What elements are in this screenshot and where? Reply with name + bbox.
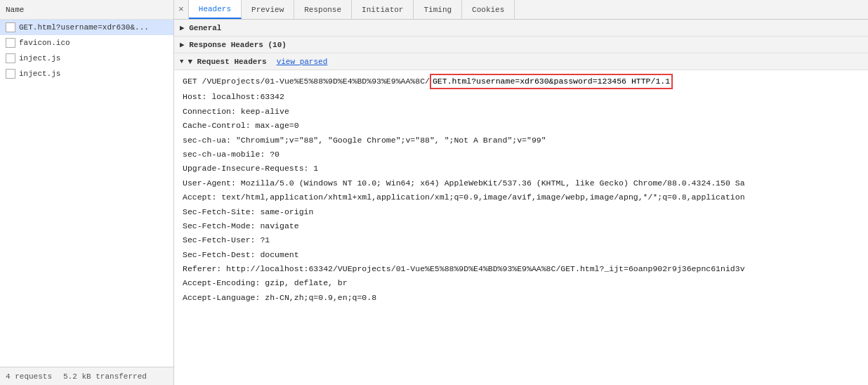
name-column-header: Name — [6, 6, 24, 14]
header-line: Sec-Fetch-Mode: navigate — [174, 219, 868, 233]
header-line: Referer: http://localhost:63342/VUEproje… — [174, 262, 868, 276]
file-item[interactable]: GET.html?username=xdr630&... — [0, 20, 173, 35]
header-line: Upgrade-Insecure-Requests: 1 — [174, 162, 868, 176]
file-item[interactable]: inject.js — [0, 51, 173, 66]
file-icon — [6, 38, 15, 48]
triangle-icon: ▼ — [180, 58, 183, 65]
request-prefix: GET /VUEprojects/01-Vue%E5%88%9D%E4%BD%9… — [183, 75, 430, 88]
tab-initiator[interactable]: Initiator — [352, 0, 414, 19]
header-line: Host: localhost:63342 — [174, 90, 868, 104]
header-line: Sec-Fetch-Site: same-origin — [174, 205, 868, 219]
header-line: sec-ch-ua: "Chromium";v="88", "Google Ch… — [174, 133, 868, 148]
header-line: Sec-Fetch-User: ?1 — [174, 233, 868, 247]
header-line: Accept-Language: zh-CN,zh;q=0.9,en;q=0.8 — [174, 291, 868, 305]
tabs-bar: ×HeadersPreviewResponseInitiatorTimingCo… — [174, 0, 868, 20]
main-layout: Name GET.html?username=xdr630&...favicon… — [0, 0, 868, 385]
header-line-first: GET /VUEprojects/01-Vue%E5%88%9D%E4%BD%9… — [174, 73, 868, 90]
tab-response[interactable]: Response — [294, 0, 352, 19]
file-name: GET.html?username=xdr630&... — [19, 23, 149, 32]
file-item[interactable]: inject.js — [0, 66, 173, 81]
tab-close-button[interactable]: × — [174, 0, 189, 19]
header-line: Connection: keep-alive — [174, 105, 868, 119]
tab-timing[interactable]: Timing — [414, 0, 462, 19]
tab-cookies[interactable]: Cookies — [462, 0, 515, 19]
tab-headers[interactable]: Headers — [189, 0, 242, 19]
left-footer: 4 requests 5.2 kB transferred — [0, 367, 173, 385]
tab-preview[interactable]: Preview — [242, 0, 294, 19]
file-icon — [6, 53, 15, 63]
general-section-header[interactable]: ▶ General — [174, 20, 868, 37]
file-list: GET.html?username=xdr630&...favicon.icoi… — [0, 20, 173, 367]
highlighted-credentials: GET.html?username=xdr630&password=123456… — [430, 74, 673, 89]
header-line: Sec-Fetch-Dest: document — [174, 248, 868, 262]
file-item[interactable]: favicon.ico — [0, 35, 173, 51]
response-headers-section-header[interactable]: ▶ Response Headers (10) — [174, 37, 868, 53]
content-area[interactable]: ▶ General ▶ Response Headers (10) ▼ ▼ Re… — [174, 20, 868, 385]
left-panel: Name GET.html?username=xdr630&...favicon… — [0, 0, 174, 385]
file-name: inject.js — [19, 70, 60, 78]
requests-count: 4 requests — [6, 372, 52, 381]
view-parsed-link[interactable]: view parsed — [277, 58, 328, 66]
file-name: favicon.ico — [19, 39, 70, 47]
file-icon — [6, 69, 15, 79]
request-headers-title: ▼ ▼ Request Headers — [180, 58, 267, 66]
header-line: User-Agent: Mozilla/5.0 (Windows NT 10.0… — [174, 176, 868, 190]
general-title: ▶ General — [180, 23, 221, 32]
right-panel: ×HeadersPreviewResponseInitiatorTimingCo… — [174, 0, 868, 385]
headers-content: GET /VUEprojects/01-Vue%E5%88%9D%E4%BD%9… — [174, 70, 868, 308]
file-name: inject.js — [19, 54, 60, 63]
header-line: Accept-Encoding: gzip, deflate, br — [174, 276, 868, 290]
file-icon — [6, 22, 15, 32]
header-line: sec-ch-ua-mobile: ?0 — [174, 148, 868, 162]
header-line: Cache-Control: max-age=0 — [174, 119, 868, 133]
transferred-size: 5.2 kB transferred — [63, 372, 147, 381]
request-headers-bar: ▼ ▼ Request Headers view parsed — [174, 53, 868, 70]
header-line: Accept: text/html,application/xhtml+xml,… — [174, 190, 868, 204]
left-header: Name — [0, 0, 173, 20]
response-headers-title: ▶ Response Headers (10) — [180, 40, 287, 49]
